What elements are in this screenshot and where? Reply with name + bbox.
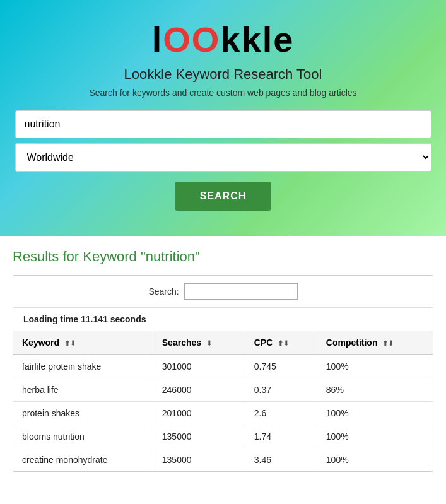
- region-select[interactable]: WorldwideUnited StatesUnited KingdomCana…: [15, 143, 431, 172]
- col-cpc-sort: ⬆⬇: [278, 339, 289, 348]
- cell-keyword: blooms nutrition: [13, 425, 153, 448]
- results-title: Results for Keyword "nutrition": [13, 249, 433, 265]
- cell-searches: 301000: [153, 355, 245, 378]
- logo-oo: OO: [163, 20, 220, 59]
- cell-keyword: herba life: [13, 378, 153, 402]
- search-area: nutrition WorldwideUnited StatesUnited K…: [15, 110, 431, 211]
- col-competition[interactable]: Competition ⬆⬇: [317, 331, 433, 355]
- table-search-label: Search:: [148, 286, 179, 296]
- search-button[interactable]: SEARCH: [175, 182, 272, 211]
- cell-searches: 201000: [153, 402, 245, 425]
- search-btn-wrap: SEARCH: [15, 182, 431, 211]
- header: lOOkkle Lookkle Keyword Research Tool Se…: [0, 0, 446, 236]
- results-area: Results for Keyword "nutrition" Search: …: [0, 236, 446, 484]
- app-tagline: Search for keywords and create custom we…: [13, 88, 433, 98]
- col-competition-label: Competition: [326, 337, 378, 348]
- table-row: creatine monohydrate1350003.46100%: [13, 448, 433, 472]
- table-row: blooms nutrition1350001.74100%: [13, 425, 433, 448]
- logo-prefix: l: [152, 20, 163, 59]
- cell-competition: 86%: [317, 378, 433, 402]
- col-cpc-label: CPC: [254, 337, 273, 348]
- cell-cpc: 0.745: [245, 355, 317, 378]
- cell-searches: 135000: [153, 448, 245, 472]
- cell-keyword: protein shakes: [13, 402, 153, 425]
- table-header-row: Keyword ⬆⬇ Searches ⬇ CPC ⬆⬇ Competition…: [13, 331, 433, 355]
- col-keyword-label: Keyword: [22, 337, 59, 348]
- cell-cpc: 3.46: [245, 448, 317, 472]
- keyword-input[interactable]: nutrition: [15, 110, 431, 138]
- cell-searches: 246000: [153, 378, 245, 402]
- logo-suffix: kkle: [220, 20, 294, 59]
- cell-keyword: creatine monohydrate: [13, 448, 153, 472]
- cell-competition: 100%: [317, 425, 433, 448]
- table-row: fairlife protein shake3010000.745100%: [13, 355, 433, 378]
- cell-searches: 135000: [153, 425, 245, 448]
- table-search-input[interactable]: [184, 283, 298, 300]
- col-competition-sort: ⬆⬇: [382, 339, 394, 348]
- table-row: protein shakes2010002.6100%: [13, 402, 433, 425]
- cell-competition: 100%: [317, 402, 433, 425]
- col-keyword-sort: ⬆⬇: [64, 339, 76, 348]
- app-subtitle: Lookkle Keyword Research Tool: [13, 66, 433, 83]
- cell-cpc: 0.37: [245, 378, 317, 402]
- col-searches-label: Searches: [162, 337, 201, 348]
- table-search-bar: Search:: [13, 276, 433, 308]
- col-searches-sort: ⬇: [206, 339, 212, 348]
- col-keyword[interactable]: Keyword ⬆⬇: [13, 331, 153, 355]
- results-table: Keyword ⬆⬇ Searches ⬇ CPC ⬆⬇ Competition…: [13, 331, 433, 471]
- logo: lOOkkle: [13, 19, 433, 60]
- col-searches[interactable]: Searches ⬇: [153, 331, 245, 355]
- cell-competition: 100%: [317, 448, 433, 472]
- cell-competition: 100%: [317, 355, 433, 378]
- col-cpc[interactable]: CPC ⬆⬇: [245, 331, 317, 355]
- cell-cpc: 2.6: [245, 402, 317, 425]
- cell-keyword: fairlife protein shake: [13, 355, 153, 378]
- table-row: herba life2460000.3786%: [13, 378, 433, 402]
- results-table-wrapper: Search: Loading time 11.141 seconds Keyw…: [13, 275, 433, 472]
- loading-time: Loading time 11.141 seconds: [13, 308, 433, 331]
- cell-cpc: 1.74: [245, 425, 317, 448]
